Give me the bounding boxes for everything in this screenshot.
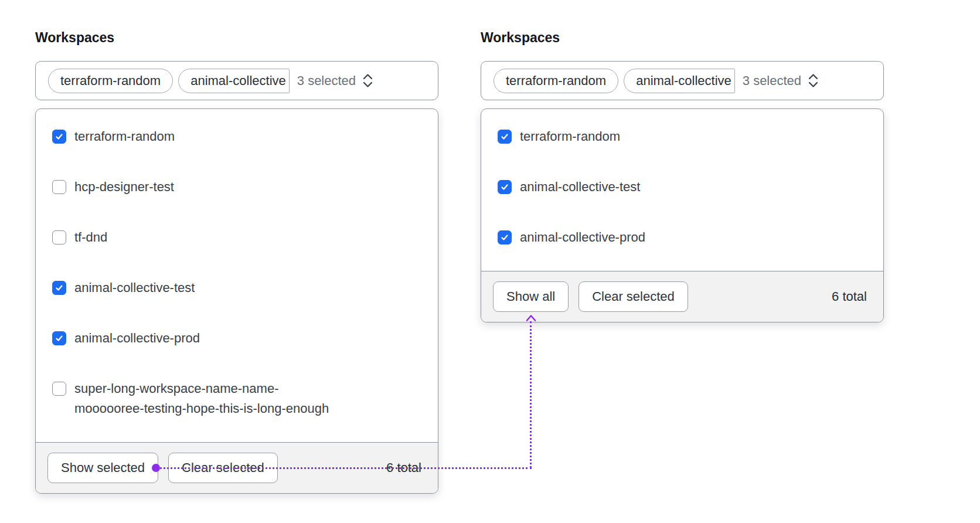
selected-tag-pill: terraform-random (48, 69, 173, 93)
workspace-option[interactable]: animal-collective-prod (498, 227, 867, 247)
workspace-option[interactable]: animal-collective-prod (52, 328, 421, 348)
checkbox[interactable] (52, 281, 66, 295)
checkbox[interactable] (498, 230, 512, 244)
checkbox[interactable] (52, 331, 66, 345)
connector-vertical-line (530, 321, 532, 468)
dropdown-footer: Show all Clear selected 6 total (481, 271, 883, 322)
show-selected-button[interactable]: Show selected (47, 453, 158, 483)
option-label: terraform-random (74, 129, 175, 144)
workspaces-multiselect-expanded: Workspaces terraform-random animal-colle… (35, 29, 438, 494)
checkmark-icon (55, 334, 64, 343)
clear-selected-button[interactable]: Clear selected (168, 453, 278, 483)
option-label: animal-collective-test (520, 179, 640, 194)
panel-label: Workspaces (35, 29, 438, 46)
dropdown-listbox: terraform-random animal-collective-test … (481, 108, 884, 322)
option-label: super-long-workspace-name-name- (74, 381, 278, 396)
workspace-option[interactable]: animal-collective-test (498, 177, 867, 197)
option-list: terraform-random animal-collective-test … (481, 109, 883, 271)
workspace-option[interactable]: tf-dnd (52, 227, 421, 247)
workspace-option[interactable]: animal-collective-test (52, 278, 421, 298)
checkmark-icon (500, 233, 509, 242)
checkbox[interactable] (52, 130, 66, 144)
option-label: animal-collective-test (74, 280, 195, 295)
dropdown-footer: Show selected Clear selected 6 total (36, 442, 438, 493)
selected-tag-pill: terraform-random (494, 69, 618, 93)
checkbox[interactable] (498, 180, 512, 194)
option-label-line2: moooooree-testing-hope-this-is-long-enou… (74, 399, 421, 419)
workspace-option[interactable]: terraform-random (52, 127, 421, 147)
selected-count-label: 3 selected (743, 73, 801, 89)
selected-tag-pill-truncated: animal-collective (624, 69, 735, 93)
option-label: animal-collective-prod (520, 230, 645, 244)
panel-label: Workspaces (481, 29, 884, 46)
unfold-more-icon (807, 73, 819, 89)
multiselect-toggle[interactable]: terraform-random animal-collective 3 sel… (35, 61, 438, 100)
workspace-option[interactable]: hcp-designer-test (52, 177, 421, 197)
option-label: terraform-random (520, 129, 620, 144)
checkmark-icon (55, 283, 64, 293)
checkbox[interactable] (52, 230, 66, 244)
option-list: terraform-random hcp-designer-test tf-dn… (36, 109, 438, 442)
checkmark-icon (500, 132, 509, 141)
checkmark-icon (55, 132, 64, 141)
show-all-button[interactable]: Show all (493, 281, 569, 312)
selected-tag-pill-truncated: animal-collective (178, 69, 290, 93)
option-label: hcp-designer-test (74, 179, 174, 194)
checkbox[interactable] (52, 180, 66, 194)
multiselect-toggle[interactable]: terraform-random animal-collective 3 sel… (481, 61, 884, 100)
option-label: tf-dnd (74, 230, 107, 244)
workspaces-multiselect-filtered: Workspaces terraform-random animal-colle… (481, 29, 884, 322)
workspace-option-long-name[interactable]: super-long-workspace-name-name- mooooore… (52, 379, 421, 419)
checkbox[interactable] (52, 382, 66, 396)
option-label: animal-collective-prod (74, 331, 200, 345)
unfold-more-icon (362, 73, 374, 89)
clear-selected-button[interactable]: Clear selected (579, 281, 688, 312)
selected-count-label: 3 selected (297, 73, 356, 89)
checkbox[interactable] (498, 130, 512, 144)
workspace-option[interactable]: terraform-random (498, 127, 867, 147)
checkmark-icon (500, 182, 509, 192)
total-count: 6 total (386, 460, 426, 476)
total-count: 6 total (832, 289, 872, 304)
dropdown-listbox: terraform-random hcp-designer-test tf-dn… (35, 108, 438, 494)
